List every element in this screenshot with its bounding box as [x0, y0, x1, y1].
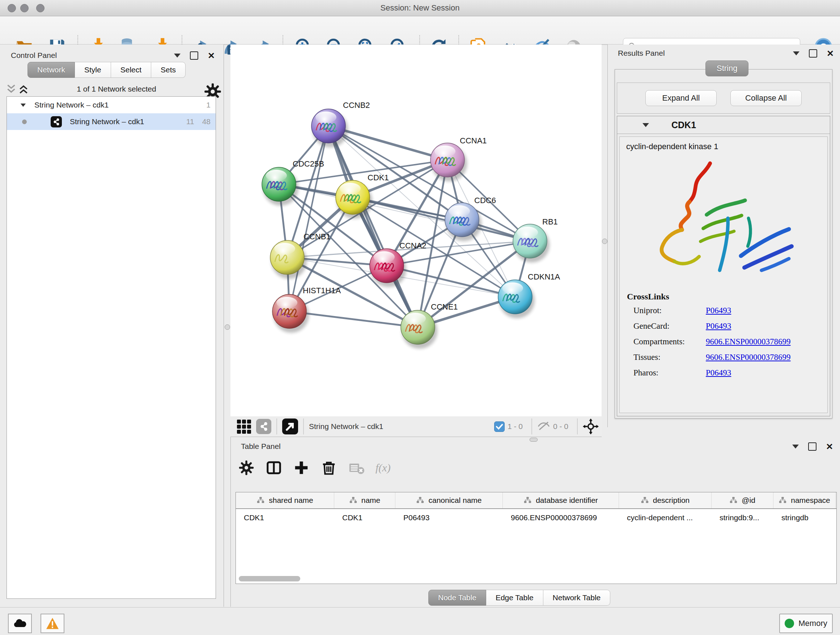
tab-node-table[interactable]: Node Table — [428, 590, 486, 606]
node-CCNB2[interactable]: CCNB2 — [311, 101, 370, 147]
edge-CCNB2-HIST1H1A[interactable] — [289, 126, 328, 311]
table-panel-title: Table Panel — [241, 442, 281, 451]
tab-network[interactable]: Network — [27, 62, 75, 78]
column-header-database-identifier[interactable]: database identifier — [503, 492, 619, 508]
node-CDK1[interactable]: CDK1 — [336, 173, 389, 219]
column-header-name[interactable]: name — [334, 492, 395, 508]
node-CCNA1[interactable]: CCNA1 — [431, 136, 487, 181]
node-HIST1H1A[interactable]: HIST1H1A — [272, 286, 341, 333]
delete-table-icon — [348, 459, 365, 476]
node-CDC25B[interactable]: CDC25B — [262, 159, 324, 206]
horizontal-scrollbar[interactable] — [239, 576, 300, 581]
current-network-title: String Network – cdk1 — [309, 422, 383, 431]
node-label: CCNA1 — [460, 136, 487, 145]
cell-name[interactable]: CDK1 — [334, 510, 395, 525]
collapse-all-button[interactable]: Collapse All — [730, 90, 802, 106]
pharos-link[interactable]: P06493 — [706, 368, 731, 378]
results-content: Expand All Collapse All CDK1 cyclin-depe… — [615, 69, 832, 418]
collection-expander-icon[interactable] — [21, 103, 26, 107]
bottom-splitter-handle[interactable] — [530, 438, 538, 442]
expand-all-icon[interactable] — [17, 84, 30, 95]
close-panel-icon[interactable]: ✕ — [208, 52, 215, 59]
cloud-button[interactable] — [8, 614, 32, 633]
crosslinks-title: CrossLinks — [627, 292, 791, 302]
float-panel-icon[interactable] — [808, 442, 816, 451]
column-header-shared-name[interactable]: shared name — [236, 492, 334, 508]
title-bar: Session: New Session — [0, 0, 840, 16]
node-count: 11 — [186, 117, 194, 126]
network-row[interactable]: String Network – cdk1 11 48 — [7, 113, 216, 130]
string-badge-icon[interactable] — [256, 419, 271, 434]
window-title: Session: New Session — [0, 3, 840, 13]
node-CDC6[interactable]: CDC6 — [445, 196, 496, 241]
network-canvas[interactable]: CCNB2 CCNA1 CDC25B CDK1 CDC6 — [231, 44, 602, 417]
column-header-namespace[interactable]: namespace — [774, 492, 836, 508]
crosslinks-block: CrossLinks Uniprot:P06493 GeneCard:P0649… — [627, 292, 791, 384]
selected-checkbox[interactable] — [494, 421, 505, 432]
columns-icon[interactable] — [265, 459, 282, 476]
node-CDKN1A[interactable]: CDKN1A — [498, 272, 561, 318]
delete-column-icon[interactable] — [321, 459, 337, 476]
node-RB1[interactable]: RB1 — [513, 217, 558, 263]
results-panel-title: Results Panel — [618, 49, 665, 57]
panel-menu-icon[interactable] — [174, 54, 180, 57]
gear-icon[interactable] — [238, 459, 255, 476]
left-splitter-handle[interactable] — [225, 325, 230, 330]
tab-sets[interactable]: Sets — [151, 62, 186, 78]
cell--id[interactable]: stringdb:9... — [712, 510, 774, 525]
cell-description[interactable]: cyclin-dependent ... — [619, 510, 712, 525]
tab-style[interactable]: Style — [75, 62, 111, 78]
node-label: CCNA2 — [399, 241, 426, 250]
node-table[interactable]: shared namenamecanonical namedatabase id… — [235, 492, 837, 584]
add-column-icon[interactable] — [293, 459, 309, 476]
network-options-gear-icon[interactable] — [203, 82, 217, 96]
cell-namespace[interactable]: stringdb — [774, 510, 836, 525]
close-panel-icon[interactable]: ✕ — [827, 50, 834, 57]
edge-CDK1-RB1[interactable] — [353, 197, 530, 241]
node-description: cyclin-dependent kinase 1 — [620, 137, 827, 151]
protein-structure-image — [637, 157, 807, 287]
edge-count: 48 — [202, 117, 210, 126]
compartments-link[interactable]: 9606.ENSP00000378699 — [706, 337, 791, 347]
cell-shared-name[interactable]: CDK1 — [236, 510, 334, 525]
float-panel-icon[interactable] — [809, 49, 817, 57]
node-result-header[interactable]: CDK1 — [617, 116, 830, 134]
cell-database-identifier[interactable]: 9606.ENSP00000378699 — [503, 510, 619, 525]
node-label: CCNE1 — [431, 302, 458, 311]
crosslink-label: Compartments: — [633, 337, 706, 347]
close-panel-icon[interactable]: ✕ — [826, 443, 833, 450]
column-header--id[interactable]: @id — [712, 492, 774, 508]
column-header-canonical-name[interactable]: canonical name — [395, 492, 503, 508]
edge-CCNB2-CCNE1[interactable] — [328, 126, 418, 327]
tab-network-table[interactable]: Network Table — [543, 590, 611, 606]
panel-menu-icon[interactable] — [793, 51, 799, 55]
warning-button[interactable] — [41, 614, 65, 633]
right-splitter-handle[interactable] — [602, 239, 607, 244]
memory-label: Memory — [798, 619, 827, 628]
column-header-description[interactable]: description — [619, 492, 712, 508]
tab-edge-table[interactable]: Edge Table — [486, 590, 543, 606]
cloud-icon — [13, 618, 27, 629]
network-graph[interactable]: CCNB2 CCNA1 CDC25B CDK1 CDC6 — [231, 44, 602, 416]
cell-canonical-name[interactable]: P06493 — [395, 510, 503, 525]
crosslink-label: Uniprot: — [633, 306, 706, 315]
collapse-all-icon[interactable] — [5, 84, 17, 95]
open-external-icon[interactable] — [282, 418, 298, 434]
uniprot-link[interactable]: P06493 — [706, 306, 731, 315]
tab-string[interactable]: String — [706, 60, 748, 76]
tissues-link[interactable]: 9606.ENSP00000378699 — [706, 353, 791, 362]
panel-menu-icon[interactable] — [792, 445, 799, 448]
selected-count: 1 - 0 — [508, 422, 523, 431]
tab-select[interactable]: Select — [111, 62, 151, 78]
network-collection-row[interactable]: String Network – cdk1 1 — [7, 97, 216, 113]
genecard-link[interactable]: P06493 — [706, 321, 731, 331]
crosslink-label: GeneCard: — [633, 321, 706, 331]
hidden-eye-icon — [537, 421, 550, 432]
network-view-toolbar: String Network – cdk1 1 - 0 0 - 0 — [231, 416, 602, 437]
birdseye-grid-icon[interactable] — [237, 420, 251, 434]
crosshair-icon[interactable] — [583, 418, 599, 434]
memory-button[interactable]: Memory — [779, 614, 833, 633]
float-panel-icon[interactable] — [190, 51, 198, 60]
section-expander-icon[interactable] — [643, 123, 649, 127]
expand-all-button[interactable]: Expand All — [645, 90, 717, 106]
